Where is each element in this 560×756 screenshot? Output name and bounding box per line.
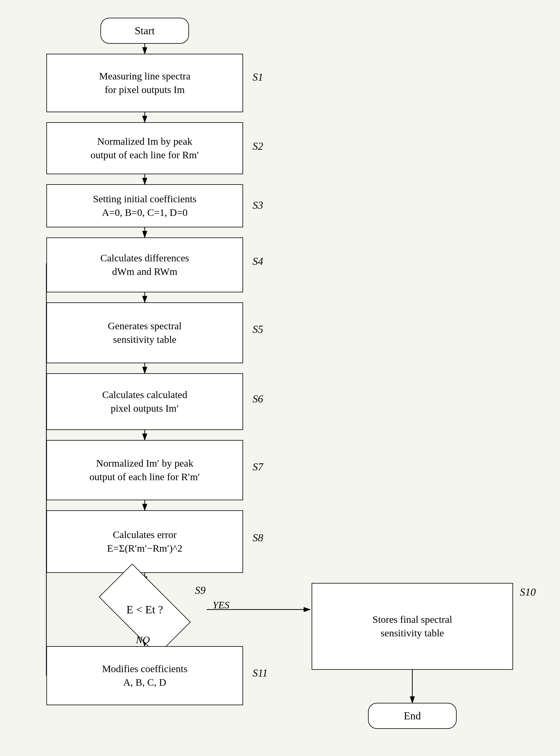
s10-process: Stores final spectralsensitivity table: [312, 583, 513, 670]
s2-process: Normalized Im by peakoutput of each line…: [46, 122, 243, 174]
s11-step: S11: [253, 667, 267, 679]
s8-process: Calculates errorE=Σ(R′m′−Rm′)^2: [46, 510, 243, 573]
s5-step: S5: [253, 323, 263, 335]
s4-step: S4: [253, 255, 263, 268]
s3-label: Setting initial coefficientsA=0, B=0, C=…: [93, 192, 197, 220]
s9-step: S9: [195, 584, 205, 596]
s2-step: S2: [253, 140, 263, 152]
s8-label: Calculates errorE=Σ(R′m′−Rm′)^2: [107, 528, 182, 555]
yes-label: YES: [213, 599, 229, 611]
s6-label: Calculates calculatedpixel outputs Im′: [102, 388, 187, 415]
start-label: Start: [135, 24, 155, 37]
s8-step: S8: [253, 532, 263, 544]
s10-label: Stores final spectralsensitivity table: [373, 613, 452, 640]
s5-label: Generates spectralsensitivity table: [108, 319, 182, 346]
s1-step: S1: [253, 71, 263, 83]
s4-process: Calculates differencesdWm and RWm: [46, 238, 243, 292]
s10-step: S10: [520, 586, 536, 598]
s3-process: Setting initial coefficientsA=0, B=0, C=…: [46, 184, 243, 227]
s3-step: S3: [253, 199, 263, 211]
s1-process: Measuring line spectrafor pixel outputs …: [46, 54, 243, 112]
flowchart: Start Measuring line spectrafor pixel ou…: [0, 0, 560, 756]
s2-label: Normalized Im by peakoutput of each line…: [91, 135, 199, 162]
s11-label: Modifies coefficientsA, B, C, D: [102, 662, 187, 689]
end-terminal: End: [368, 703, 457, 729]
s9-decision-wrapper: E < Et ?: [103, 583, 186, 636]
s4-label: Calculates differencesdWm and RWm: [100, 251, 189, 279]
s7-step: S7: [253, 461, 263, 473]
no-label: NO: [136, 634, 150, 646]
s6-step: S6: [253, 393, 263, 405]
s7-process: Normalized Im′ by peakoutput of each lin…: [46, 440, 243, 500]
s11-process: Modifies coefficientsA, B, C, D: [46, 646, 243, 705]
end-label: End: [404, 710, 421, 722]
s5-process: Generates spectralsensitivity table: [46, 302, 243, 363]
s7-label: Normalized Im′ by peakoutput of each lin…: [89, 456, 200, 484]
s6-process: Calculates calculatedpixel outputs Im′: [46, 373, 243, 430]
s1-label: Measuring line spectrafor pixel outputs …: [99, 69, 191, 97]
start-terminal: Start: [100, 18, 189, 44]
